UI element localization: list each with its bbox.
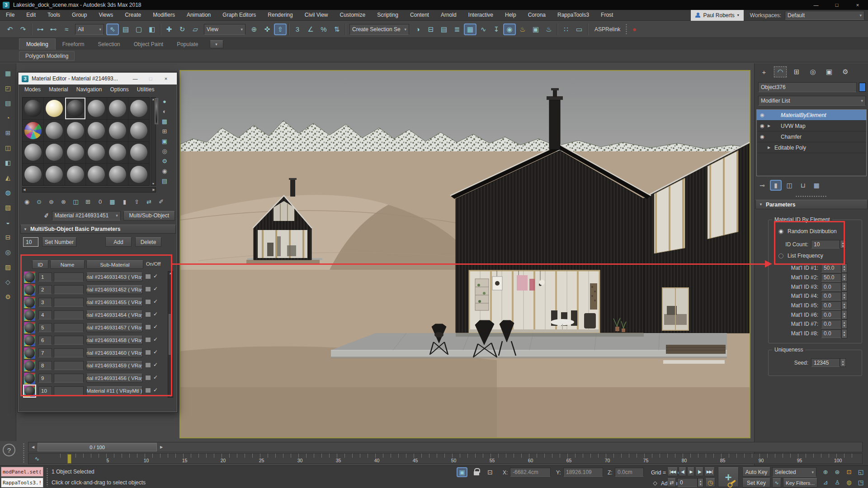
snaps-axis-icon[interactable]: ∷ [560, 23, 572, 35]
ribbon-tab[interactable]: Freeform [56, 39, 91, 50]
enable-checkbox[interactable]: ✓ [153, 361, 158, 368]
show-map-in-viewport-icon[interactable]: ▩ [107, 197, 118, 207]
mirror-icon[interactable]: ◑ [411, 23, 424, 35]
selection-lock-icon[interactable] [474, 471, 479, 475]
set-number-button[interactable]: Set Number [42, 237, 76, 247]
menu-item[interactable]: Navigation [72, 86, 106, 93]
sub-material-name-field[interactable] [54, 310, 84, 319]
isolate-selection-icon[interactable]: ▣ [457, 467, 467, 477]
scroll-left-icon[interactable]: ◀ [23, 188, 25, 192]
sub-material-name-field[interactable] [54, 348, 84, 357]
matl-id-field[interactable]: 0.0 [821, 292, 841, 300]
delete-button[interactable]: Delete [135, 237, 161, 247]
material-editor-icon[interactable]: ◉ [503, 23, 516, 35]
select-move-icon[interactable]: ✚ [163, 23, 175, 35]
menu-item[interactable]: Arnold [435, 10, 462, 20]
align-icon[interactable]: ⊟ [425, 23, 437, 35]
menu-item[interactable]: Create [119, 10, 147, 20]
matl-id-field[interactable]: 50.0 [821, 264, 841, 272]
material-sample-slot[interactable] [23, 98, 43, 119]
menu-item[interactable]: Frost [595, 10, 619, 20]
panel-splitter[interactable] [795, 195, 827, 197]
sub-material-button[interactable]: Material #2146931453 ( VRayMtl ) [86, 272, 142, 282]
map-chip[interactable] [145, 274, 151, 279]
y-coordinate-field[interactable]: 18926.109 [563, 468, 603, 477]
visibility-eye-icon[interactable]: ◉ [757, 123, 768, 129]
menu-item[interactable]: Modes [20, 86, 45, 93]
sub-material-button[interactable]: Material #11 ( VRayMtl ) [86, 386, 142, 395]
material-sample-slot[interactable] [65, 142, 86, 164]
material-sample-slot[interactable] [107, 142, 128, 164]
help-button[interactable]: ? [3, 444, 15, 456]
menu-item[interactable]: RappaTools3 [552, 10, 595, 20]
left-tool-icon-5[interactable]: ⊞ [3, 127, 14, 138]
material-sample-slot[interactable] [65, 164, 86, 185]
ribbon-tab[interactable]: Modeling [19, 38, 56, 50]
assign-to-selection-icon[interactable]: ⊚ [46, 197, 57, 207]
redo-icon[interactable]: ↷ [17, 23, 29, 35]
sub-material-thumbnail[interactable] [24, 297, 35, 308]
sub-material-button[interactable]: Material #2146931454 ( VRayMtl ) [86, 310, 142, 319]
options-icon[interactable]: ⚙ [160, 157, 170, 165]
enable-checkbox[interactable]: ✓ [153, 336, 158, 343]
pick-material-icon[interactable]: ✐ [156, 197, 167, 207]
named-selection-set-dropdown[interactable]: Create Selection Se▾ [349, 24, 409, 35]
scroll-up-icon[interactable]: ▲ [169, 272, 172, 275]
matl-id-field[interactable]: 0.0 [821, 320, 841, 328]
tab-utilities[interactable]: ⚙ [839, 66, 852, 78]
material-sample-slot[interactable] [86, 98, 107, 119]
menu-item[interactable]: Graph Editors [217, 10, 262, 20]
spinner-arrows[interactable]: ▴▾ [841, 319, 847, 329]
table-scrollbar[interactable]: ▲ ▼ [168, 271, 173, 398]
enable-checkbox[interactable]: ✓ [153, 324, 158, 330]
ribbon-tab[interactable]: Populate [170, 39, 205, 50]
statusbar-grip[interactable] [46, 468, 48, 487]
scene-explorer-icon[interactable]: ▤ [438, 23, 450, 35]
modifier-stack-row[interactable]: ▶ Editable Poly [757, 142, 866, 153]
left-tool-icon-7[interactable]: ◧ [3, 157, 14, 168]
close-button[interactable]: × [847, 0, 868, 10]
enable-checkbox[interactable]: ✓ [153, 374, 158, 380]
tab-create[interactable]: + [757, 66, 771, 78]
spinner-arrows[interactable]: ▴▾ [841, 291, 847, 301]
container-explorer-icon[interactable]: ↧ [490, 23, 503, 35]
object-color-swatch[interactable] [859, 83, 866, 92]
reference-coordinate-dropdown[interactable]: View▾ [204, 24, 245, 35]
material-navigator-icon[interactable]: ▤ [160, 177, 170, 185]
map-chip[interactable] [145, 337, 151, 343]
angle-snap-icon[interactable]: ∠ [304, 23, 317, 35]
menu-item[interactable]: Scripting [371, 10, 404, 20]
spinner-arrows[interactable]: ▴▾ [841, 310, 847, 319]
key-filters-button[interactable]: Key Filters... [783, 478, 817, 488]
go-to-parent-icon[interactable]: ⇧ [131, 197, 142, 207]
ribbon-overflow-button[interactable]: ▾ [210, 40, 223, 48]
sample-tiling-icon[interactable]: ⊞ [160, 127, 170, 136]
background-icon[interactable]: ▩ [160, 117, 170, 126]
zoom-extents-icon[interactable]: ⊡ [844, 467, 854, 477]
spinner-snap-icon[interactable]: ⇅ [330, 23, 343, 35]
make-unique-icon[interactable]: ◫ [70, 197, 81, 207]
list-frequency-radio[interactable]: List Frequency [778, 253, 823, 259]
workspace-dropdown[interactable]: Default ▾ [785, 11, 864, 20]
menu-item[interactable]: File [0, 10, 20, 20]
left-tool-icon-16[interactable]: ⚙ [3, 291, 14, 302]
spinner-arrows[interactable]: ▴▾ [841, 263, 847, 273]
material-sample-slot[interactable] [107, 164, 128, 185]
time-slider-handle[interactable]: 0 / 100 [38, 443, 157, 451]
left-tool-icon-13[interactable]: ◎ [3, 247, 14, 258]
configure-modifier-sets-icon[interactable]: ▦ [811, 180, 822, 191]
menu-item[interactable]: Utilities [133, 86, 159, 93]
name-column-header[interactable]: Name [50, 260, 85, 269]
map-chip[interactable] [145, 362, 151, 368]
selection-filter-dropdown[interactable]: All▾ [75, 24, 104, 35]
tab-hierarchy[interactable]: ⊞ [790, 66, 803, 78]
enable-checkbox[interactable]: ✓ [153, 349, 158, 355]
maximize-viewport-icon[interactable]: ◳ [855, 478, 866, 487]
tab-display[interactable]: ▣ [822, 66, 836, 78]
left-tool-icon-9[interactable]: ◍ [3, 187, 14, 198]
maxscript-listener-line2[interactable]: RappaTools3.! [1, 478, 43, 488]
reset-map-icon[interactable]: ⊗ [58, 197, 69, 207]
select-link-icon[interactable]: ⊶ [34, 23, 47, 35]
slots-vertical-scrollbar[interactable]: ▲ ▼ [151, 97, 156, 186]
close-button[interactable]: × [158, 73, 174, 84]
